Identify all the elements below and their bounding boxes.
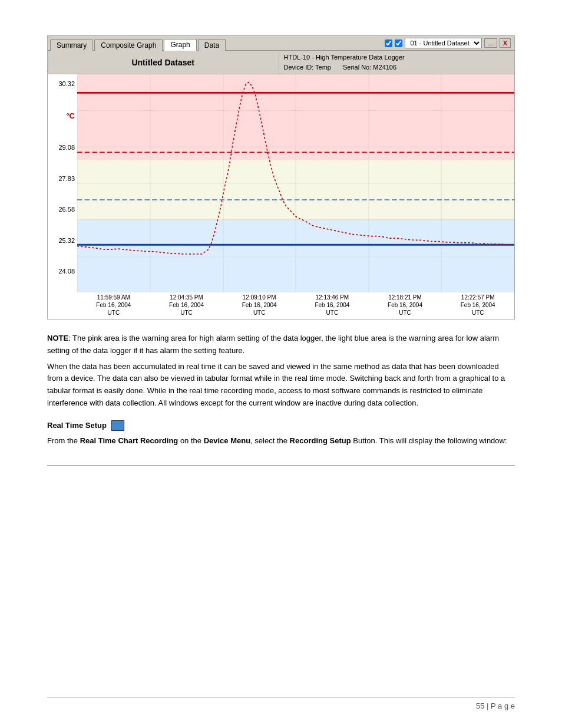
ui-panel: Summary Composite Graph Graph Data 01 - … <box>47 35 515 319</box>
x-label-1: 12:04:35 PM Feb 16, 2004 UTC <box>150 294 223 317</box>
real-time-icon <box>111 420 124 431</box>
note-section: NOTE: The pink area is the warning area … <box>47 332 515 410</box>
x-label-3: 12:13:46 PM Feb 16, 2004 UTC <box>296 294 369 317</box>
page: Summary Composite Graph Graph Data 01 - … <box>0 0 562 728</box>
chart-container: 30.32 °C 29.08 27.83 26.58 25.32 24.08 <box>48 74 514 292</box>
x-label-5: 12:22:57 PM Feb 16, 2004 UTC <box>441 294 514 317</box>
footer-line <box>47 465 515 466</box>
y-label-top: 30.32 <box>50 80 75 87</box>
panel-header: Untitled Dataset HTDL-10 - High Temperat… <box>48 51 514 74</box>
outer-checkbox[interactable] <box>385 39 392 47</box>
tab-composite-graph[interactable]: Composite Graph <box>94 39 163 51</box>
y-axis: 30.32 °C 29.08 27.83 26.58 25.32 24.08 <box>48 74 77 292</box>
real-time-setup-heading: Real Time Setup <box>47 420 515 431</box>
note-bold: NOTE <box>47 334 68 342</box>
x-label-4: 12:18:21 PM Feb 16, 2004 UTC <box>369 294 442 317</box>
tab-summary[interactable]: Summary <box>50 39 93 51</box>
x-label-2: 12:09:10 PM Feb 16, 2004 UTC <box>223 294 296 317</box>
y-label-5: 25.32 <box>50 237 75 244</box>
dataset-checkbox[interactable] <box>395 39 402 47</box>
y-label-bottom: 24.08 <box>50 268 75 275</box>
y-label-3: 27.83 <box>50 175 75 182</box>
x-axis: 11:59:59 AM Feb 16, 2004 UTC 12:04:35 PM… <box>48 292 514 319</box>
real-time-setup-text: From the Real Time Chart Recording on th… <box>47 434 515 447</box>
tab-graph[interactable]: Graph <box>164 39 196 51</box>
ellipsis-button[interactable]: ... <box>484 38 497 48</box>
close-button[interactable]: X <box>500 38 511 48</box>
y-label-2: 29.08 <box>50 144 75 151</box>
dataset-dropdown[interactable]: 01 - Untitled Dataset <box>405 38 482 48</box>
y-label-4: 26.58 <box>50 206 75 213</box>
y-unit: °C <box>50 111 75 120</box>
tab-data[interactable]: Data <box>198 39 226 51</box>
chart-svg-area <box>77 74 514 292</box>
panel-title: Untitled Dataset <box>48 51 279 74</box>
page-footer: 55 | P a g e <box>47 697 515 710</box>
note-paragraph2: When the data has been accumulated in re… <box>47 361 515 410</box>
note-text: : The pink area is the warning area for … <box>47 334 499 355</box>
panel-info: HTDL-10 - High Temperature Data Logger D… <box>279 51 515 74</box>
chart-svg <box>77 74 514 292</box>
x-label-0: 11:59:59 AM Feb 16, 2004 UTC <box>77 294 150 317</box>
